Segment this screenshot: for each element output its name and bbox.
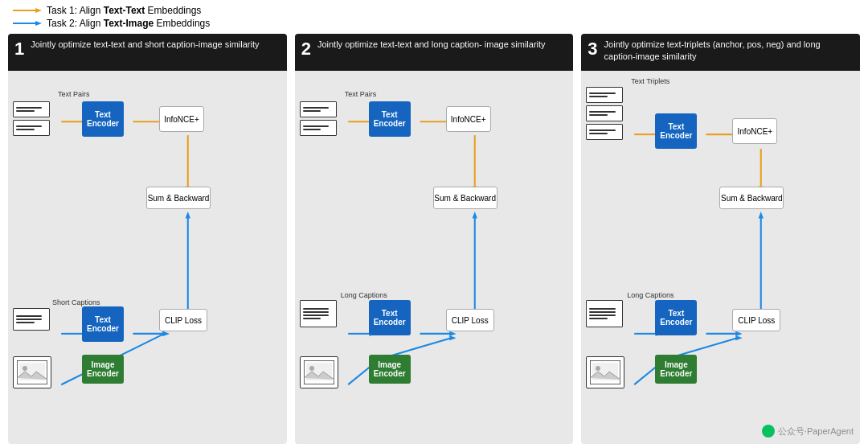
doc-line bbox=[589, 129, 615, 131]
doc-line bbox=[16, 322, 35, 323]
doc-2 bbox=[13, 120, 50, 136]
doc-line bbox=[16, 315, 42, 317]
image-icon-1 bbox=[13, 356, 51, 388]
doc-line bbox=[16, 107, 42, 109]
doc-3 bbox=[13, 308, 50, 331]
doc-line bbox=[16, 319, 42, 320]
text-triplets-label-3: Text Triplets bbox=[631, 77, 669, 86]
image-icon-2 bbox=[300, 356, 338, 388]
text-pairs-label-2: Text Pairs bbox=[345, 90, 377, 99]
doc-line bbox=[303, 107, 329, 109]
clip-loss-2: CLIP Loss bbox=[446, 309, 494, 331]
main-content: 1 Jointly optimize text-text and short c… bbox=[0, 34, 868, 444]
long-caption-docs-2 bbox=[300, 300, 337, 327]
doc-line bbox=[16, 110, 35, 112]
panel-2-title: Jointly optimize text-text and long capt… bbox=[317, 39, 546, 51]
task2-arrow-icon bbox=[13, 18, 42, 28]
svg-marker-33 bbox=[449, 335, 456, 340]
text-encoder-top-1: Text Encoder bbox=[82, 101, 124, 137]
legend-task2: Task 2: Align Text-Image Embeddings bbox=[13, 18, 855, 29]
doc-line bbox=[589, 96, 608, 97]
infonceplus-3: InfoNCE+ bbox=[732, 118, 777, 144]
text-pair-docs-2 bbox=[300, 101, 337, 136]
doc-3 bbox=[586, 124, 623, 140]
svg-marker-51 bbox=[736, 335, 743, 340]
text-pair-docs-1 bbox=[13, 101, 50, 136]
task1-arrow-icon bbox=[13, 6, 42, 15]
svg-marker-35 bbox=[472, 212, 477, 218]
panel-3-body: Text Triplets Text Encoder InfoNCE+ Sum … bbox=[581, 71, 860, 444]
task2-label: Task 2: Align Text-Image Embeddings bbox=[47, 18, 210, 29]
svg-point-38 bbox=[309, 366, 314, 371]
doc-1 bbox=[300, 101, 337, 117]
watermark: 公众号·PaperAgent bbox=[762, 425, 854, 438]
doc-line bbox=[303, 314, 329, 316]
svg-marker-1 bbox=[35, 8, 42, 13]
sum-backward-3: Sum & Backward bbox=[719, 187, 784, 209]
task1-label: Task 1: Align Text-Text Embeddings bbox=[47, 5, 201, 16]
doc-line bbox=[589, 318, 608, 319]
svg-point-56 bbox=[596, 366, 600, 371]
infonceplus-2: InfoNCE+ bbox=[446, 106, 491, 132]
sum-backward-1: Sum & Backward bbox=[146, 187, 211, 209]
panel-1-number: 1 bbox=[14, 40, 24, 58]
panel-3: 3 Jointly optimize text-triplets (anchor… bbox=[581, 34, 860, 444]
wechat-icon bbox=[762, 425, 775, 438]
doc-line bbox=[303, 110, 321, 112]
doc-line bbox=[589, 311, 615, 313]
svg-marker-3 bbox=[35, 21, 42, 26]
doc-line bbox=[589, 314, 615, 316]
short-caption-docs-1 bbox=[13, 308, 50, 331]
doc-line bbox=[303, 308, 329, 310]
long-captions-label-3: Long Captions bbox=[627, 291, 674, 300]
clip-loss-3: CLIP Loss bbox=[732, 309, 780, 331]
panel-2-body: Text Pairs Text Encoder InfoNCE+ Sum & B… bbox=[295, 71, 574, 444]
svg-point-20 bbox=[23, 366, 27, 371]
doc-1 bbox=[586, 87, 623, 103]
doc-3 bbox=[300, 300, 337, 327]
doc-2 bbox=[300, 120, 337, 136]
image-encoder-1: Image Encoder bbox=[82, 355, 124, 384]
panel-3-title: Jointly optimize text-triplets (anchor, … bbox=[604, 39, 854, 64]
sum-backward-2: Sum & Backward bbox=[433, 187, 497, 209]
image-encoder-2: Image Encoder bbox=[369, 355, 411, 384]
doc-1 bbox=[13, 101, 50, 117]
text-encoder-top-2: Text Encoder bbox=[369, 101, 411, 137]
svg-marker-48 bbox=[736, 331, 743, 336]
svg-marker-17 bbox=[186, 212, 190, 218]
panel-3-header: 3 Jointly optimize text-triplets (anchor… bbox=[581, 34, 860, 71]
watermark-text: 公众号·PaperAgent bbox=[778, 425, 854, 438]
doc-line bbox=[303, 125, 329, 127]
image-encoder-3: Image Encoder bbox=[655, 355, 697, 384]
panel-1: 1 Jointly optimize text-text and short c… bbox=[8, 34, 287, 444]
doc-line bbox=[589, 308, 615, 310]
text-encoder-bottom-2: Text Encoder bbox=[369, 300, 411, 335]
text-triplet-docs-3 bbox=[586, 87, 623, 140]
long-caption-docs-3 bbox=[586, 300, 623, 327]
panel-3-number: 3 bbox=[588, 40, 597, 58]
panel-2-header: 2 Jointly optimize text-text and long ca… bbox=[295, 34, 574, 71]
doc-line bbox=[589, 92, 615, 94]
legend-task1: Task 1: Align Text-Text Embeddings bbox=[13, 5, 855, 16]
svg-marker-13 bbox=[162, 331, 169, 336]
long-captions-label-2: Long Captions bbox=[341, 291, 387, 300]
doc-line bbox=[303, 311, 329, 313]
infonceplus-1: InfoNCE+ bbox=[159, 106, 204, 132]
text-pairs-label-1: Text Pairs bbox=[58, 90, 90, 99]
panel-2-number: 2 bbox=[301, 40, 311, 58]
doc-line bbox=[303, 318, 321, 319]
clip-loss-1: CLIP Loss bbox=[159, 309, 207, 331]
svg-marker-53 bbox=[759, 212, 764, 218]
text-encoder-bottom-1: Text Encoder bbox=[82, 306, 124, 342]
doc-line bbox=[589, 111, 615, 113]
legend: Task 1: Align Text-Text Embeddings Task … bbox=[0, 0, 868, 34]
doc-line bbox=[303, 129, 321, 130]
panel-1-header: 1 Jointly optimize text-text and short c… bbox=[8, 34, 287, 71]
panel-1-body: Text Pairs Text Encoder InfoNCE+ Sum & B… bbox=[8, 71, 287, 444]
panel-2: 2 Jointly optimize text-text and long ca… bbox=[295, 34, 574, 444]
doc-line bbox=[16, 129, 35, 130]
doc-4 bbox=[586, 300, 623, 327]
svg-marker-15 bbox=[162, 331, 169, 336]
text-encoder-bottom-3: Text Encoder bbox=[655, 300, 697, 335]
text-encoder-top-3: Text Encoder bbox=[655, 113, 697, 149]
